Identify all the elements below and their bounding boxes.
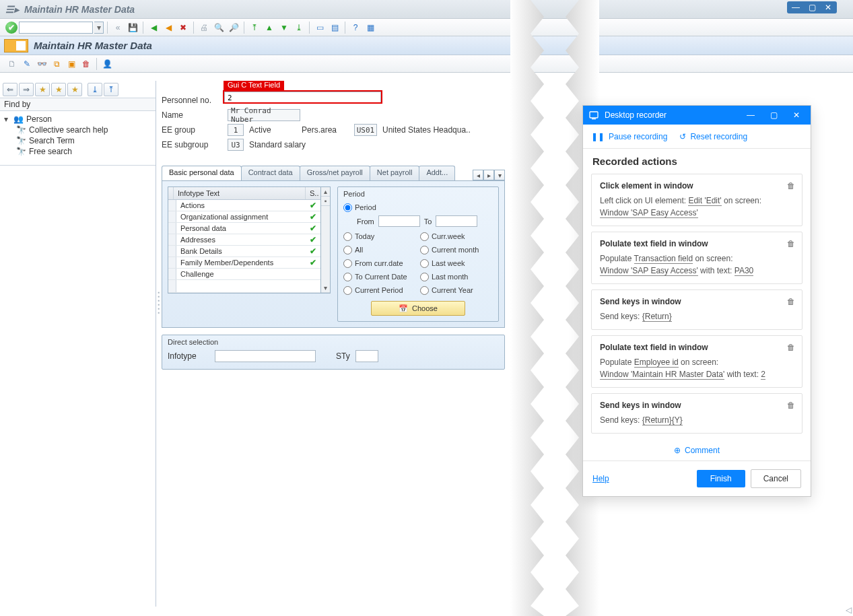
close-button[interactable]: ✕	[821, 2, 835, 13]
row-selector[interactable]	[168, 246, 176, 256]
settings-icon[interactable]: ▦	[364, 21, 377, 34]
row-selector[interactable]	[168, 234, 176, 245]
row-selector[interactable]	[168, 257, 176, 268]
tab-contract-data[interactable]: Contract data	[241, 166, 300, 180]
nav-star2-icon[interactable]: ★	[51, 83, 66, 96]
period-from-input[interactable]	[378, 215, 420, 227]
tab-basic-personal-data[interactable]: Basic personal data	[162, 166, 242, 180]
nav-right-icon[interactable]: ⇒	[19, 83, 34, 96]
period-radio-today[interactable]: Today	[343, 230, 416, 243]
minimize-button[interactable]: —	[788, 2, 803, 13]
table-row[interactable]: Addresses✔	[168, 234, 320, 246]
card-link[interactable]: Window 'Maintain HR Master Data'	[600, 370, 724, 380]
enter-button[interactable]: ✔	[5, 22, 18, 34]
tree-node-person[interactable]: ▾ 👥 Person	[4, 114, 151, 125]
command-field[interactable]	[19, 22, 93, 34]
nav-star3-icon[interactable]: ★	[67, 83, 82, 96]
help-icon[interactable]: ?	[349, 21, 362, 34]
card-link[interactable]: Window 'SAP Easy Access'	[600, 266, 698, 276]
prev-page-icon[interactable]: ▲	[263, 21, 276, 34]
splitter-grip[interactable]: ▪▪▪▪▪▪	[157, 283, 161, 323]
cancel-button[interactable]: Cancel	[751, 469, 801, 488]
infotype-input[interactable]	[215, 350, 316, 362]
table-row[interactable]: Challenge	[168, 269, 320, 280]
delete-card-icon[interactable]: 🗑	[787, 181, 795, 191]
command-dropdown-button[interactable]: ▾	[94, 22, 104, 34]
scroll-down-icon[interactable]: ▾	[321, 283, 330, 293]
find-icon[interactable]: 🔍	[212, 21, 226, 34]
display-icon[interactable]: 👓	[35, 57, 48, 71]
card-link[interactable]: 2	[761, 370, 765, 380]
period-radio-last-month[interactable]: Last month	[420, 270, 493, 283]
nav-star1-icon[interactable]: ★	[35, 83, 50, 96]
create-icon[interactable]: 🗋	[5, 57, 19, 71]
table-row[interactable]: Family Member/Dependents✔	[168, 257, 320, 269]
card-link[interactable]: Transaction field	[634, 254, 693, 264]
tree-search-term[interactable]: 🔭 Search Term	[16, 135, 151, 146]
cancel-icon[interactable]: ✖	[176, 21, 190, 34]
scroll-up-icon[interactable]: ▴	[321, 187, 330, 197]
card-link[interactable]: Employee id	[634, 357, 679, 368]
back-icon[interactable]: ◀	[147, 21, 160, 34]
help-link[interactable]: Help	[592, 474, 609, 483]
table-row[interactable]: Organizational assignment✔	[168, 211, 320, 223]
copy-icon[interactable]: ⧉	[50, 57, 63, 71]
choose-button[interactable]: 📅 Choose	[371, 301, 465, 316]
print-icon[interactable]: 🖨	[197, 21, 211, 34]
maximize-button[interactable]: ▢	[805, 2, 819, 13]
delete-icon[interactable]: 🗑	[79, 57, 93, 71]
back-chevron-icon[interactable]: «	[111, 21, 125, 34]
edit-icon[interactable]: ✎	[20, 57, 34, 71]
period-radio-current-year[interactable]: Current Year	[420, 283, 493, 297]
card-link[interactable]: {Return}	[642, 312, 672, 322]
row-selector[interactable]	[168, 200, 176, 211]
tab-list-icon[interactable]: ▾	[494, 170, 505, 180]
last-page-icon[interactable]: ⤓	[292, 21, 306, 34]
layout-icon[interactable]: ▤	[328, 21, 341, 34]
recorder-minimize-button[interactable]: —	[742, 108, 759, 122]
recorder-maximize-button[interactable]: ▢	[765, 108, 782, 122]
grid-scrollbar[interactable]: ▴ ▪ ▾	[321, 186, 331, 294]
resize-grip-icon[interactable]: ◁	[846, 605, 852, 615]
delete-card-icon[interactable]: 🗑	[787, 401, 795, 410]
card-link[interactable]: {Return}{Y}	[642, 415, 683, 425]
delete-card-icon[interactable]: 🗑	[787, 343, 795, 352]
finish-button[interactable]: Finish	[697, 470, 745, 487]
tab-scroll-right-icon[interactable]: ▸	[483, 170, 494, 180]
tab-additional[interactable]: Addt...	[419, 166, 455, 180]
reset-recording-button[interactable]: ↺ Reset recording	[679, 132, 747, 141]
recorder-close-button[interactable]: ✕	[788, 108, 805, 122]
pause-recording-button[interactable]: ❚❚ Pause recording	[591, 132, 667, 141]
period-radio-all[interactable]: All	[343, 243, 416, 256]
sty-input[interactable]	[355, 350, 378, 362]
period-radio-from-curr-date[interactable]: From curr.date	[343, 256, 416, 270]
exit-icon[interactable]: ◀	[162, 21, 175, 34]
period-radio-curr-week[interactable]: Curr.week	[420, 230, 493, 243]
card-link[interactable]: PA30	[735, 266, 753, 276]
card-link[interactable]: Edit 'Edit'	[688, 196, 721, 206]
table-row[interactable]: Personal data✔	[168, 223, 320, 234]
tree-collective-search[interactable]: 🔭 Collective search help	[16, 125, 151, 135]
period-radio-current-month[interactable]: Current month	[420, 243, 493, 256]
add-comment-button[interactable]: ⊕ Comment	[583, 440, 811, 460]
row-selector[interactable]	[168, 269, 176, 279]
tab-gross-net-payroll[interactable]: Gross/net payroll	[300, 166, 370, 180]
card-link[interactable]: Window 'SAP Easy Access'	[600, 208, 698, 218]
period-radio-last-week[interactable]: Last week	[420, 256, 493, 270]
row-selector[interactable]	[168, 211, 176, 222]
period-radio-to-current-date[interactable]: To Current Date	[343, 270, 416, 283]
next-page-icon[interactable]: ▼	[277, 21, 291, 34]
find-next-icon[interactable]: 🔎	[227, 21, 240, 34]
new-session-icon[interactable]: ▭	[313, 21, 327, 34]
nav-down-icon[interactable]: ⤓	[88, 83, 102, 96]
save-icon[interactable]: 💾	[126, 21, 139, 34]
table-row[interactable]: Actions✔	[168, 200, 320, 211]
delete-card-icon[interactable]: 🗑	[787, 297, 795, 306]
period-to-input[interactable]	[436, 215, 477, 227]
nav-left-icon[interactable]: ⇐	[3, 83, 18, 96]
table-row[interactable]: Bank Details✔	[168, 246, 320, 257]
tree-free-search[interactable]: 🔭 Free search	[16, 146, 151, 157]
tab-scroll-left-icon[interactable]: ◂	[473, 170, 483, 180]
tab-net-payroll[interactable]: Net payroll	[370, 166, 420, 180]
overview-icon[interactable]: 👤	[100, 57, 114, 71]
